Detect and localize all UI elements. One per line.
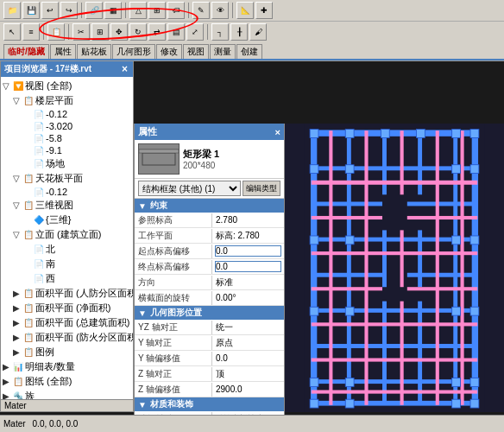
toolbar-btn-modify[interactable]: ✎ [192, 2, 210, 19]
tree-item-schedules[interactable]: ▶ 📊 明细表/数量 [3, 359, 131, 374]
toolbar-btn-scale[interactable]: ⤢ [186, 23, 204, 41]
prop-row-yoffset: Y 轴偏移值 0.0 [135, 351, 284, 366]
tree-item-west[interactable]: 📄 西 [3, 271, 131, 286]
svg-rect-57 [470, 236, 479, 245]
toolbar-btn-dim[interactable]: ⊞ [148, 2, 166, 19]
sep7 [207, 24, 208, 40]
browser-close-btn[interactable]: × [120, 63, 129, 75]
prop-titlebar: 属性 × [135, 124, 284, 140]
endoffset-value [212, 261, 284, 272]
tree-item-views[interactable]: ▽ 🔽 视图 (全部) [3, 79, 131, 93]
svg-rect-67 [345, 399, 354, 408]
building-plan-svg [285, 124, 504, 412]
toolbar-btn-mirror[interactable]: ⇄ [148, 23, 166, 41]
tab-jihe[interactable]: 几何图形 [112, 44, 155, 59]
sep5 [43, 24, 44, 40]
tab-celiang[interactable]: 测量 [210, 44, 236, 59]
tree-item-legend[interactable]: ▶ 📋 图例 [3, 345, 131, 359]
tab-xiugai[interactable]: 修改 [156, 44, 182, 59]
tree-item-3d-views[interactable]: ▽ 📋 三维视图 [3, 198, 131, 213]
toolbar-btn-cut[interactable]: ✂ [72, 23, 90, 41]
tree-container[interactable]: ▽ 🔽 视图 (全部) ▽ 📋 楼层平面 📄 -0.12 📄 -3.020 [1, 77, 133, 399]
endoffset-label: 终点标高偏移 [135, 260, 212, 274]
edit-type-btn[interactable]: 编辑类型 [243, 181, 280, 196]
tree-item-area-fire[interactable]: ▶ 📋 面积平面 (防火分区面积) [3, 330, 131, 345]
toolbar-btn-prop[interactable]: ≡ [22, 23, 40, 41]
toolbar-btn-array[interactable]: ▤ [167, 23, 185, 41]
tree-item-ceiling-plans[interactable]: ▽ 📋 天花板平面 [3, 171, 131, 186]
geometry-section-header[interactable]: ▼ 几何图形位置 [135, 306, 284, 320]
constraint-section-header[interactable]: ▼ 约束 [135, 199, 284, 213]
tree-item-north[interactable]: 📄 北 [3, 242, 131, 257]
startoffset-input[interactable] [216, 246, 280, 256]
tree-item-ceiling-012[interactable]: 📄 -0.12 [3, 186, 131, 198]
viewport[interactable] [285, 124, 504, 412]
svg-rect-66 [310, 399, 318, 408]
yzjustify-label: YZ 轴对正 [135, 321, 212, 334]
tree-item-floor-plans[interactable]: ▽ 📋 楼层平面 [3, 93, 131, 108]
toolbar-btn-split[interactable]: ╂ [230, 23, 248, 41]
toolbar-btn-tag[interactable]: 🏷 [167, 2, 185, 19]
tree-item-floor-58[interactable]: 📄 -5.8 [3, 132, 131, 144]
svg-rect-64 [452, 378, 461, 387]
toolbar-btn-rotate[interactable]: ↻ [129, 23, 147, 41]
tab-tiehua[interactable]: 贴花板 [77, 44, 111, 59]
startoffset-value [212, 245, 284, 257]
tree-item-families[interactable]: ▶ 🔩 族 [3, 389, 131, 399]
material-label: 材质和装饰 [150, 398, 193, 410]
tree-item-south[interactable]: 📄 南 [3, 257, 131, 271]
svg-rect-61 [470, 307, 479, 315]
tree-item-site[interactable]: 📄 场地 [3, 156, 131, 171]
status-mater: Mater [3, 419, 26, 429]
tab-linshi[interactable]: 临时/隐藏 [3, 44, 49, 59]
tree-item-elevations[interactable]: ▽ 📋 立面 (建筑立面) [3, 227, 131, 242]
sep4 [232, 3, 233, 18]
toolbar-btn-redo[interactable]: ↪ [60, 2, 78, 19]
tab-chuangjian[interactable]: 创建 [236, 44, 262, 59]
type-select[interactable]: 结构框架 (其他) (1) [138, 181, 241, 196]
toolbar-btn-paint[interactable]: 🖌 [249, 23, 267, 41]
toolbar-btn-measure[interactable]: 📐 [236, 2, 254, 19]
endoffset-input[interactable] [216, 262, 280, 271]
toolbar-btn-wall[interactable]: ▦ [104, 2, 122, 19]
browser-titlebar: 项目浏览器 - 17#楼.rvt × [1, 61, 133, 77]
prop-close-btn[interactable]: × [275, 127, 280, 137]
tree-item-area-total[interactable]: ▶ 📋 面积平面 (总建筑面积) [3, 315, 131, 330]
tree-item-3d[interactable]: 🔷 {三维} [3, 213, 131, 227]
reflevel-value: 2.780 [212, 214, 284, 226]
svg-rect-69 [470, 399, 479, 408]
zoffset-label: Z 轴偏移值 [135, 383, 212, 397]
svg-rect-49 [470, 130, 479, 138]
toolbar-btn-move[interactable]: ✥ [110, 23, 128, 41]
coords-text: 0.0, 0.0, 0.0 [33, 419, 79, 429]
prop-row-yzjustify: YZ 轴对正 统一 [135, 320, 284, 335]
svg-rect-35 [312, 358, 478, 361]
toolbar-btn-save[interactable]: 💾 [22, 2, 40, 19]
tab-shitu[interactable]: 视图 [183, 44, 209, 59]
prop-element-type: 矩形梁 1 200*480 [135, 140, 284, 179]
material-section-header[interactable]: ▼ 材质和装饰 [135, 397, 284, 411]
svg-rect-29 [312, 216, 382, 219]
tab-shuxing[interactable]: 属性 [50, 44, 76, 59]
toolbar-btn-view[interactable]: 👁 [211, 2, 229, 19]
tree-item-area-net[interactable]: ▶ 📋 面积平面 (净面积) [3, 301, 131, 315]
tree-item-floor-91[interactable]: 📄 -9.1 [3, 144, 131, 156]
svg-rect-62 [310, 378, 318, 387]
toolbar-btn-link[interactable]: 🔗 [85, 2, 103, 19]
toolbar-btn-copy[interactable]: ⊞ [91, 23, 109, 41]
toolbar-btn-geo[interactable]: △ [129, 2, 147, 19]
toolbar-btn-open[interactable]: 📁 [3, 2, 21, 19]
svg-rect-40 [400, 230, 404, 287]
toolbar-btn-paste[interactable]: 📋 [47, 23, 65, 41]
tree-item-sheets[interactable]: ▶ 📋 图纸 (全部) [3, 374, 131, 389]
crosssection-label: 横截面的旋转 [135, 291, 212, 305]
toolbar-btn-trim[interactable]: ┐ [211, 23, 229, 41]
toolbar-btn-undo[interactable]: ↩ [41, 2, 59, 19]
zjustify-label: Z 轴对正 [135, 367, 212, 381]
toolbar-btn-create[interactable]: ✚ [255, 2, 273, 19]
tree-item-floor-3020[interactable]: 📄 -3.020 [3, 120, 131, 132]
tree-item-floor-012[interactable]: 📄 -0.12 [3, 108, 131, 120]
tree-item-area-civil[interactable]: ▶ 📋 面积平面 (人防分区面积) [3, 286, 131, 301]
element-info: 矩形梁 1 200*480 [183, 148, 219, 170]
toolbar-btn-select[interactable]: ↖ [3, 23, 21, 41]
